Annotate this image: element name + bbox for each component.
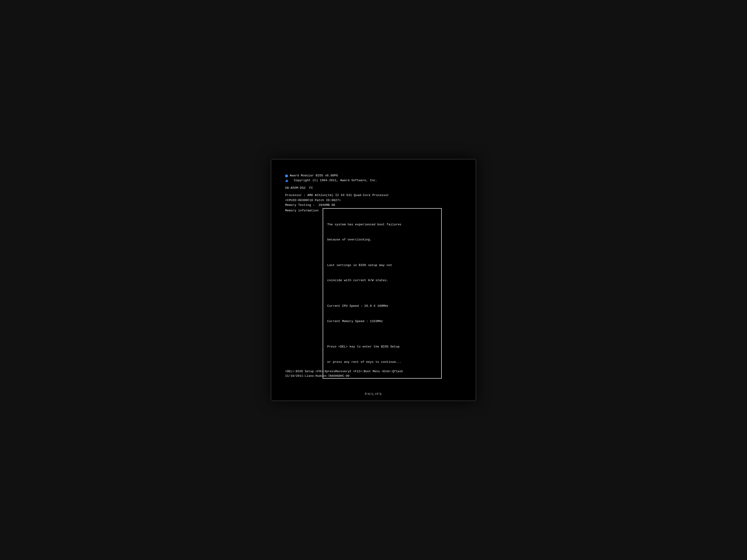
bios-memory-info-label: Memory information [285, 208, 318, 213]
monitor-brand: PHILIPS [365, 392, 382, 396]
bios-processor: Processor : AMD Athlon(tm) II X4 631 Qua… [285, 193, 462, 198]
bios-copyright-row: Copyright (C) 1984-2011, Award Software,… [285, 178, 462, 183]
bios-title: Award Modular BIOS v6.00PG [290, 174, 338, 178]
monitor-frame: Award Modular BIOS v6.00PG Copyright (C)… [271, 159, 476, 401]
dialog-line5: coincide with current H/W states. [327, 278, 437, 283]
bios-bottom-bar: <DEL>:BIOS Setup <F9>:XpressRecovery2 <F… [285, 369, 462, 378]
bios-copyright: Copyright (C) 1984-2011, Award Software,… [294, 178, 378, 183]
bios-memory-testing: Memory Testing : 2046MB OK [285, 203, 462, 208]
bios-screen: Award Modular BIOS v6.00PG Copyright (C)… [281, 169, 466, 382]
dialog-line2: because of overclocking. [327, 237, 437, 242]
bios-model: GA-A55M-DS2 FC [285, 186, 462, 191]
dialog-line1: The system has experienced boot failures [327, 222, 437, 227]
bios-dot-icon [285, 175, 288, 177]
dialog-line11: or press any rest of keys to continue... [327, 359, 437, 365]
dialog-line7: Current CPU Speed : 26.0 X 100MHz [327, 303, 437, 309]
bios-dialog-content: The system has experienced boot failures… [327, 212, 437, 375]
bios-bottom-line1: <DEL>:BIOS Setup <F9>:XpressRecovery2 <F… [285, 369, 462, 374]
dialog-line4: Last settings in BIOS setup may not [327, 263, 437, 268]
bios-bottom-line2: 11/18/2011-Llano-Hudson-7A66HG0HC-00 [285, 374, 462, 378]
bios-bird-icon [285, 180, 288, 182]
bios-header: Award Modular BIOS v6.00PG Copyright (C)… [285, 174, 462, 183]
dialog-line10: Press <DEL> key to enter the BIOS Setup [327, 344, 437, 349]
bios-title-row: Award Modular BIOS v6.00PG [285, 174, 462, 178]
bios-overclock-dialog: The system has experienced boot failures… [323, 208, 442, 379]
dialog-line8: Current Memory Speed : 1333MHz [327, 319, 437, 324]
bios-cpuid: <CPUID:00300F10 Patch ID:0027> [285, 198, 462, 203]
